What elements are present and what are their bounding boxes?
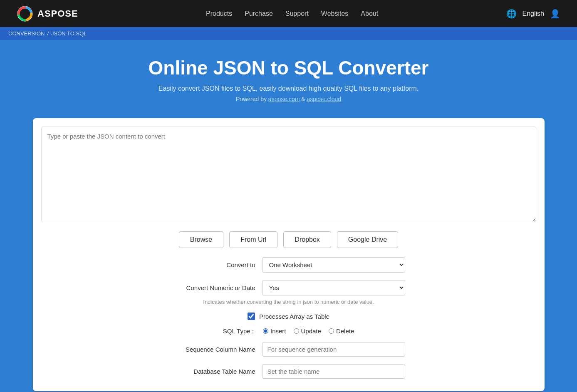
breadcrumb-separator: / <box>47 30 49 37</box>
convert-to-label: Convert to <box>172 261 255 268</box>
convert-to-select[interactable]: One Worksheet Multiple Worksheets <box>262 257 405 273</box>
aspose-com-link[interactable]: aspose.com <box>268 96 300 102</box>
user-icon[interactable]: 👤 <box>550 9 560 19</box>
sql-type-insert[interactable]: Insert <box>263 327 286 335</box>
processes-array-checkbox[interactable] <box>248 313 255 320</box>
sql-insert-label: Insert <box>270 327 286 335</box>
sql-type-update[interactable]: Update <box>294 327 321 335</box>
header: ASPOSE Products Purchase Support Website… <box>0 0 577 27</box>
convert-numeric-label: Convert Numeric or Date <box>172 284 255 291</box>
processes-array-label: Processes Array as Table <box>259 313 329 320</box>
breadcrumb: CONVERSION / JSON TO SQL <box>0 27 577 40</box>
database-table-label: Database Table Name <box>172 368 255 375</box>
hero-subtitle: Easily convert JSON files to SQL, easily… <box>8 85 569 92</box>
nav-support[interactable]: Support <box>285 10 309 17</box>
google-drive-button[interactable]: Google Drive <box>337 231 398 248</box>
sequence-column-label: Sequence Column Name <box>172 346 255 353</box>
sql-type-label: SQL Type : <box>223 327 254 335</box>
json-input[interactable] <box>41 127 536 222</box>
upload-buttons: Browse From Url Dropbox Google Drive <box>41 231 536 248</box>
convert-numeric-select[interactable]: Yes No <box>262 280 405 295</box>
dropbox-button[interactable]: Dropbox <box>283 231 331 248</box>
logo-text: ASPOSE <box>37 8 78 19</box>
convert-numeric-row: Convert Numeric or Date Yes No <box>172 280 405 295</box>
main-nav: Products Purchase Support Websites About <box>206 10 378 17</box>
database-table-input[interactable] <box>262 364 405 379</box>
database-table-row: Database Table Name <box>172 364 405 379</box>
logo[interactable]: ASPOSE <box>17 5 78 22</box>
sql-update-label: Update <box>301 327 321 335</box>
header-right: 🌐 English 👤 <box>506 9 560 19</box>
sequence-column-row: Sequence Column Name <box>172 342 405 357</box>
nav-purchase[interactable]: Purchase <box>245 10 273 17</box>
processes-array-row: Processes Array as Table <box>248 313 329 320</box>
main-card: Browse From Url Dropbox Google Drive Con… <box>33 118 545 391</box>
breadcrumb-conversion[interactable]: CONVERSION <box>8 30 45 37</box>
browse-button[interactable]: Browse <box>179 231 223 248</box>
convert-numeric-hint: Indicates whether converting the string … <box>203 299 374 305</box>
from-url-button[interactable]: From Url <box>229 231 277 248</box>
nav-products[interactable]: Products <box>206 10 232 17</box>
sql-delete-label: Delete <box>336 327 354 335</box>
sql-type-row: SQL Type : Insert Update Delete <box>223 327 354 335</box>
convert-to-row: Convert to One Worksheet Multiple Worksh… <box>172 257 405 273</box>
aspose-logo-icon <box>17 5 33 22</box>
sequence-column-input[interactable] <box>262 342 405 357</box>
page-title: Online JSON to SQL Converter <box>8 57 569 79</box>
language-label[interactable]: English <box>523 10 544 17</box>
breadcrumb-current: JSON TO SQL <box>51 30 87 37</box>
globe-icon[interactable]: 🌐 <box>506 9 517 19</box>
aspose-cloud-link[interactable]: aspose.cloud <box>307 96 341 102</box>
nav-websites[interactable]: Websites <box>321 10 349 17</box>
powered-by: Powered by aspose.com & aspose.cloud <box>8 96 569 102</box>
form-options: Convert to One Worksheet Multiple Worksh… <box>41 257 536 379</box>
sql-type-delete[interactable]: Delete <box>329 327 354 335</box>
nav-about[interactable]: About <box>361 10 378 17</box>
hero-section: Online JSON to SQL Converter Easily conv… <box>0 40 577 118</box>
